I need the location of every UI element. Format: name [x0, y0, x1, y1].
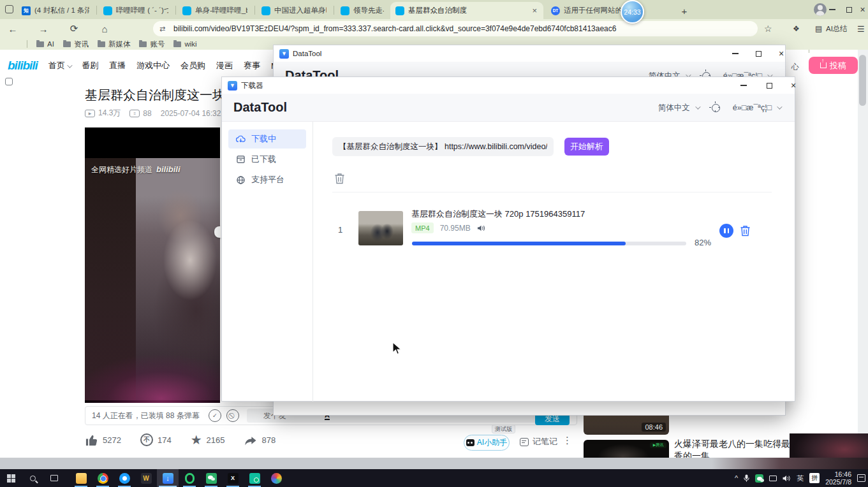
scrollbar-thumb[interactable]: [859, 55, 866, 106]
taskbar-wps[interactable]: W: [135, 469, 157, 487]
download-url-input[interactable]: [332, 137, 554, 156]
take-note-button[interactable]: 记笔记: [520, 436, 557, 447]
theme-sun-icon[interactable]: [712, 104, 720, 112]
window-minimize-button[interactable]: [824, 0, 841, 19]
delete-download-trash-icon[interactable]: [740, 225, 751, 236]
volume-icon[interactable]: [783, 475, 791, 482]
url-text[interactable]: bilibili.com/video/BV19T3EzDEU4/?spm_id_…: [173, 24, 751, 33]
task-view-icon[interactable]: [43, 469, 65, 487]
start-parse-button[interactable]: 开始解析: [564, 138, 609, 156]
back-icon[interactable]: ←: [5, 21, 20, 36]
close-icon[interactable]: ×: [770, 45, 793, 62]
tab-close-icon[interactable]: ×: [531, 6, 538, 15]
ime-mode-icon[interactable]: 拼: [809, 473, 820, 483]
taskbar-wechat[interactable]: [200, 469, 222, 487]
page-horizontal-scrollbar[interactable]: [0, 458, 868, 469]
post-video-button[interactable]: 投稿: [809, 57, 858, 74]
browser-tab-extension[interactable]: DT 适用于任何网站的快速: [546, 2, 673, 19]
bookmark-folder-news[interactable]: 资讯: [63, 40, 89, 49]
extension-timer-badge[interactable]: 24:33: [621, 0, 644, 24]
close-icon[interactable]: ×: [782, 77, 805, 94]
browser-tab-era[interactable]: 中国进入超单身时代_: [256, 2, 332, 19]
nav-item-shop[interactable]: 会员购: [180, 60, 205, 71]
extensions-icon[interactable]: ❖: [793, 21, 800, 36]
side-panel-icon[interactable]: ▤: [815, 21, 822, 36]
share-button[interactable]: 878: [244, 434, 276, 446]
nav-item-game[interactable]: 游戏中心: [136, 60, 170, 71]
notification-center-icon[interactable]: [857, 474, 865, 482]
taskbar-chrome[interactable]: [92, 469, 114, 487]
sidebar-item-platforms[interactable]: 支持平台: [228, 170, 306, 189]
browser-menu-icon[interactable]: ☰: [857, 21, 865, 36]
microphone-icon[interactable]: [744, 474, 749, 483]
browser-tab-single[interactable]: 单身-哔哩哔哩_bilibili: [177, 2, 253, 19]
coin-button[interactable]: 不 174: [140, 433, 172, 446]
browser-tab-zhihu[interactable]: 知 (4 封私信 / 1 条消息): [17, 2, 94, 19]
dark-mode-selector[interactable]: é»□æ¯ªç¦□: [733, 103, 781, 112]
site-settings-icon[interactable]: ⇄: [159, 24, 168, 33]
nav-item-anime[interactable]: 番剧: [82, 60, 98, 71]
taskbar-green-app[interactable]: [179, 469, 200, 487]
ai-assistant-button[interactable]: AI小助手: [464, 435, 510, 451]
nav-item-live[interactable]: 直播: [109, 60, 126, 71]
ime-language[interactable]: 英: [797, 474, 804, 483]
bookmark-folder-ai[interactable]: AI: [36, 40, 54, 48]
tray-expand-icon[interactable]: ^: [735, 474, 738, 482]
taskbar-browser-app[interactable]: [114, 469, 135, 487]
datatool-titlebar[interactable]: ▼ DataTool ×: [274, 45, 785, 62]
page-vertical-scrollbar[interactable]: [858, 50, 868, 458]
sidebar-item-downloaded[interactable]: 已下载: [228, 150, 306, 169]
browser-tab-leader[interactable]: 领导先走-哔哩哔哩_b: [335, 2, 389, 19]
browser-tab-bilibili-home[interactable]: 哔哩哔哩 ( ´- ´)つロ: [98, 2, 173, 19]
favorite-button[interactable]: ★ 2165: [191, 433, 225, 446]
taskbar-search-icon[interactable]: [22, 469, 43, 487]
network-icon[interactable]: [769, 476, 777, 481]
start-button[interactable]: [0, 469, 22, 487]
like-button[interactable]: 5272: [85, 433, 121, 446]
reading-list-icon[interactable]: [5, 78, 13, 85]
forward-icon[interactable]: →: [36, 21, 51, 36]
divider: [332, 192, 772, 193]
taskbar-screen-tool[interactable]: [244, 469, 265, 487]
minimize-icon[interactable]: [732, 77, 755, 94]
ai-summary-button[interactable]: AI总结: [826, 21, 848, 36]
address-bar[interactable]: ⇄ bilibili.com/video/BV19T3EzDEU4/?spm_i…: [153, 21, 758, 36]
creator-center-partial[interactable]: 心: [791, 62, 799, 73]
taskbar-file-explorer[interactable]: [70, 469, 92, 487]
window-close-button[interactable]: ×: [857, 0, 868, 19]
maximize-icon[interactable]: [747, 45, 770, 62]
downloader-titlebar[interactable]: ▼ 下载器 ×: [222, 77, 795, 94]
danmaku-settings-icon[interactable]: ✓: [209, 409, 221, 422]
nav-item-manga[interactable]: 漫画: [216, 60, 233, 71]
more-actions-icon[interactable]: ⋮: [563, 435, 572, 446]
video-player[interactable]: 全网精选好片频道bilibili: [85, 127, 220, 403]
danmaku-style-icon[interactable]: ⃠: [226, 409, 239, 422]
taskbar-datatool[interactable]: ↓: [157, 469, 179, 487]
bookmark-folder-wiki[interactable]: wiki: [173, 40, 196, 48]
tray-wechat-icon[interactable]: [755, 474, 763, 483]
tab-search-icon[interactable]: [5, 5, 13, 13]
nav-item-home[interactable]: 首页: [48, 60, 71, 71]
bilibili-logo[interactable]: bilibili: [8, 59, 38, 73]
taskbar-flower-app[interactable]: [265, 469, 287, 487]
bookmark-star-icon[interactable]: ☆: [764, 21, 772, 36]
clear-list-trash-icon[interactable]: [334, 173, 345, 184]
maximize-icon[interactable]: [758, 77, 781, 94]
window-maximize-button[interactable]: [841, 0, 857, 19]
bilibili-favicon: [261, 6, 270, 15]
bookmark-folder-media[interactable]: 新媒体: [98, 40, 131, 49]
nav-item-esports[interactable]: 赛事: [244, 60, 260, 71]
bookmark-folder-account[interactable]: 账号: [139, 40, 165, 49]
sidebar-item-downloading[interactable]: 下载中: [228, 129, 306, 149]
related-video-thumbnail-2[interactable]: ▶腾讯: [584, 440, 669, 458]
taskbar-capcut[interactable]: X: [222, 469, 244, 487]
tray-clock[interactable]: 16:46 2025/7/8: [825, 470, 851, 486]
new-tab-button[interactable]: +: [677, 4, 691, 18]
pause-button[interactable]: [719, 224, 733, 238]
reload-icon[interactable]: ⟳: [66, 21, 82, 36]
home-icon[interactable]: ⌂: [97, 21, 112, 36]
language-selector[interactable]: 简体中文: [658, 103, 699, 113]
player-side-handle[interactable]: [214, 226, 221, 238]
minimize-icon[interactable]: [724, 45, 747, 62]
browser-tab-active[interactable]: 基层群众自治制度 ×: [390, 2, 543, 19]
